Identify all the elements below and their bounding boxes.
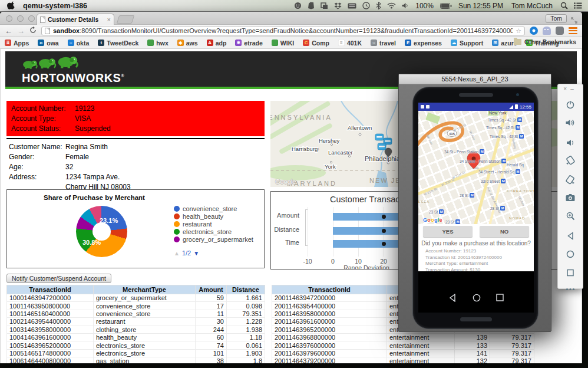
bookmark-item[interactable]: WIKI [272, 40, 294, 47]
chrome-menu-icon[interactable] [569, 27, 577, 34]
table-cell: 1.18 [227, 333, 265, 341]
address-bar[interactable]: sandbox:8090/TransactionMonitorUI/Custom… [41, 27, 525, 35]
toolbar-close-icon[interactable]: × [563, 86, 570, 92]
zoom-window-button[interactable] [28, 15, 35, 22]
table-cell: 10051465174800000 [7, 349, 94, 357]
bookmark-item[interactable]: ○ okta [68, 40, 90, 47]
bookmark-icon: ≡ [338, 40, 345, 46]
bookmark-item[interactable]: C Comp [303, 40, 329, 47]
battery-percent[interactable]: 100% [415, 2, 434, 10]
menubar-user[interactable]: Tom McCuch [511, 2, 553, 10]
customer-transactions-table: TransactionIdMerchantTypeAmountDistance … [6, 285, 265, 363]
bookmark-item[interactable]: o owa [38, 40, 58, 47]
volume-down-icon[interactable] [566, 139, 574, 149]
table-cell: entertainment [387, 349, 455, 357]
bar-category-label: Time [271, 239, 299, 246]
apple-menu-icon[interactable] [7, 1, 15, 10]
table-cell: entertainment [387, 333, 455, 341]
bookmark-item[interactable]: A adp [207, 40, 227, 47]
map-area-label: New York [489, 111, 507, 115]
phone-battery-icon [515, 104, 518, 109]
active-app-title[interactable]: qemu-system-i386 [23, 2, 87, 10]
notification-icon [426, 105, 430, 109]
table-cell: grocery_or_supermarket [94, 294, 196, 302]
bookmark-item[interactable]: ◆ aws [177, 40, 198, 47]
rotate-right-icon[interactable] [565, 175, 576, 188]
android-recents-button[interactable] [496, 294, 504, 301]
profile-button[interactable]: Tom [546, 14, 567, 23]
extension-square-icon[interactable] [556, 27, 564, 35]
notification-icon [421, 105, 424, 109]
bookmark-star-icon[interactable]: ☆ [516, 27, 521, 35]
bookmark-item[interactable]: ☁ Support [451, 40, 483, 47]
evernote-icon[interactable] [308, 2, 315, 9]
tab-close-icon[interactable]: × [107, 16, 111, 23]
back-button[interactable]: ← [5, 27, 12, 35]
bookmark-item[interactable]: ⠿ Apps [5, 40, 29, 47]
close-window-button[interactable] [6, 15, 12, 22]
clock-icon[interactable] [362, 2, 370, 9]
camera-icon[interactable] [566, 193, 576, 204]
pager-down-icon[interactable]: ▼ [193, 250, 199, 257]
volume-icon[interactable] [402, 2, 409, 9]
power-icon[interactable] [566, 100, 575, 111]
overview-icon[interactable] [567, 268, 574, 279]
bookmark-icon: o [38, 40, 44, 46]
bookmark-item[interactable]: ○ travel [371, 40, 396, 47]
bookmark-item[interactable]: t TweetDeck [98, 40, 138, 47]
bookmark-icon: ✱ [235, 40, 242, 46]
merchant-pie-chart[interactable]: 23.1% 30.8% [76, 206, 127, 257]
map-area-label: LSEA [418, 200, 430, 203]
table-cell: gas_station [94, 357, 196, 363]
rotate-left-icon[interactable] [565, 155, 576, 168]
toolbar-minimize-icon[interactable]: – [570, 86, 577, 92]
dropbox-icon[interactable] [334, 2, 342, 9]
back-icon[interactable] [567, 232, 574, 242]
android-home-button[interactable] [473, 294, 481, 302]
android-back-button[interactable] [449, 294, 456, 302]
menubar-clock[interactable]: Sun 12:55 PM [458, 2, 503, 10]
bookmark-icon [147, 40, 154, 46]
bookmark-icon: ⠿ [5, 40, 11, 46]
page-icon[interactable] [45, 28, 50, 34]
pager-up-icon[interactable]: ▲ [174, 250, 180, 257]
forward-button[interactable]: → [17, 27, 25, 35]
tab-customer-details[interactable]: Customer Details × [37, 14, 114, 25]
notification-center-icon[interactable] [574, 2, 582, 9]
bookmark-item[interactable]: E expenses [405, 40, 442, 47]
notify-customer-button[interactable]: Notify Customer/Suspend Account [6, 274, 111, 283]
phone-map[interactable]: 495 New York Times Sq - 42 StMTimes Sq -… [418, 111, 534, 224]
legend-item: grocery_or_supermarket [174, 235, 253, 243]
extension-okta-icon[interactable] [530, 27, 538, 35]
wifi-icon[interactable] [387, 2, 396, 9]
detail-line: Account Number: 19123 [425, 248, 502, 255]
phone-status-bar: 12:55 [418, 103, 534, 111]
minimize-window-button[interactable] [17, 15, 24, 22]
battery-icon[interactable] [440, 3, 452, 9]
home-icon[interactable] [566, 250, 574, 261]
yes-button[interactable]: YES [423, 226, 473, 237]
reload-button[interactable] [29, 25, 37, 36]
confirm-buttons: YES NO [418, 226, 534, 237]
bookmark-item[interactable]: hwx [147, 40, 168, 47]
keyboard-icon[interactable] [348, 3, 356, 9]
extension-ghost-icon[interactable] [543, 27, 551, 35]
no-button[interactable]: NO [480, 226, 529, 237]
new-tab-button[interactable] [117, 15, 135, 24]
other-bookmarks-button[interactable]: Other Bookmarks [514, 38, 576, 45]
bookmark-item[interactable]: ≡ 401K [338, 40, 362, 47]
bluetooth-icon[interactable] [376, 2, 381, 9]
spotlight-icon[interactable] [560, 2, 568, 9]
bookmark-item[interactable]: ✱ etrade [235, 40, 263, 47]
more-icon[interactable] [566, 282, 575, 293]
legend-swatch [174, 221, 180, 227]
column-header: TransactionId [272, 285, 387, 294]
table-cell: restaurant [94, 318, 196, 326]
windows-icon[interactable] [321, 2, 328, 9]
table-cell: 60 [196, 333, 227, 341]
emulator-title-bar[interactable]: 5554:Nexus_6_API_23 [399, 74, 551, 84]
siri-face-icon[interactable] [294, 2, 302, 9]
zoom-icon[interactable] [566, 211, 575, 223]
volume-up-icon[interactable] [566, 119, 576, 129]
column-header: MerchantType [94, 285, 196, 294]
